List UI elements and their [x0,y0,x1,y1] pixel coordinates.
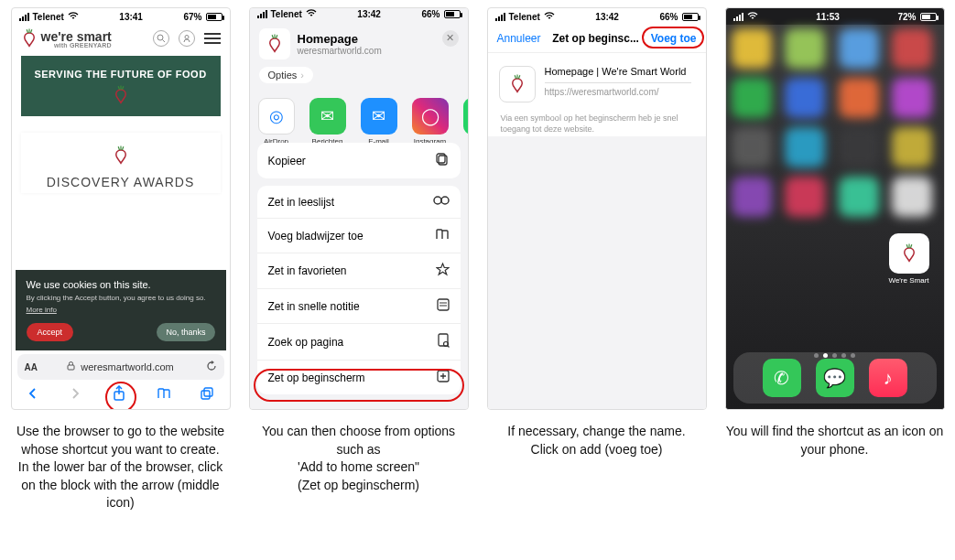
address-bar[interactable]: AA weresmartworld.com [17,354,224,380]
blurred-app [892,177,932,217]
close-icon[interactable]: ✕ [442,30,459,47]
dock: ✆💬♪ [733,352,937,404]
cookie-more-link[interactable]: More info [27,306,215,314]
blurred-app [892,78,932,118]
wifi-icon [747,12,758,22]
cookie-subtitle: By clicking the Accept button, you agree… [27,294,215,302]
status-bar: Telenet 13:42 66% [250,8,468,21]
clock: 13:42 [595,12,619,22]
share-target[interactable]: ◯Instagram [407,98,453,134]
blurred-app [785,28,825,69]
app-label: We're Smart [887,276,931,285]
action-label: Kopieer [268,155,306,167]
blank-area [488,136,706,409]
share-target[interactable]: ✉Berichten [305,98,351,134]
radish-icon [113,85,129,105]
shortcut-name-input[interactable]: Homepage | We're Smart World [545,66,691,83]
svg-rect-14 [438,299,449,310]
svg-rect-7 [201,391,210,399]
home-screen[interactable]: We're Smart ✆💬♪ [726,25,944,409]
battery-icon [444,10,461,18]
action-copy[interactable]: Kopieer [257,143,461,178]
action-item[interactable]: Zet in snelle notitie [257,289,461,324]
shortcut-url: https://weresmartworld.com/ [545,87,691,97]
action-icon [436,263,450,279]
awards-card[interactable]: DISCOVERY AWARDS [21,133,221,193]
no-thanks-button[interactable]: No, thanks [157,323,214,341]
caption-2: You can then choose from options such as… [249,423,469,494]
signal-icon [733,13,743,21]
copy-icon [435,152,450,169]
chevron-right-icon: › [300,70,304,81]
share-actions: Kopieer Zet in leeslijstVoeg bladwijzer … [250,143,468,409]
add-button[interactable]: Voeg toe [651,32,697,45]
share-target[interactable]: ✉E-mail [356,98,402,134]
blurred-app [732,78,772,118]
action-label: Zet in favorieten [268,264,347,277]
svg-point-12 [441,197,449,204]
phone-2: Telenet 13:42 66% Homepage weresmartworl… [249,7,469,410]
clock: 13:42 [357,9,381,19]
account-icon[interactable] [179,30,195,47]
svg-line-1 [162,40,165,43]
radish-icon [21,28,38,48]
accept-button[interactable]: Accept [27,323,74,341]
action-item[interactable]: Zet op beginscherm [257,361,461,394]
caption-1: Use the browser to go to the website who… [11,423,231,512]
tutorial-row: Telenet 13:41 67% we're smartwith GREENY… [7,7,948,512]
action-item[interactable]: Zet in leeslijst [257,186,461,219]
svg-point-2 [185,36,189,39]
share-target[interactable]: ✆Wh [459,98,468,134]
action-icon [437,333,450,350]
share-title: Homepage [298,32,382,46]
forward-icon [69,387,81,404]
action-item[interactable]: Voeg bladwijzer toe [257,219,461,253]
card-title: DISCOVERY AWARDS [28,175,213,189]
phone-3: Telenet 13:42 66% Annuleer Zet op begins… [487,7,707,410]
blurred-app [839,127,879,167]
weresmart-shortcut[interactable]: We're Smart [887,233,931,285]
lock-icon [67,361,75,372]
step-2: Telenet 13:42 66% Homepage weresmartworl… [249,7,469,494]
battery-pct: 66% [421,9,440,19]
sheet-title: Zet op beginsc... [552,32,639,45]
menu-icon[interactable] [204,33,221,44]
site-header: we're smartwith GREENYARD [12,25,230,56]
options-button[interactable]: Opties › [259,67,313,83]
cancel-button[interactable]: Annuleer [497,32,541,45]
battery-pct: 66% [659,12,678,22]
url-text: weresmartworld.com [81,361,173,372]
text-size-button[interactable]: AA [25,362,38,372]
brand-logo[interactable]: we're smartwith GREENYARD [21,28,112,48]
action-label: Zet in leeslijst [268,196,335,209]
status-bar: Telenet 13:42 66% [488,8,706,25]
bookmarks-icon[interactable] [157,387,171,404]
dock-app[interactable]: 💬 [816,359,854,397]
add-bar: Annuleer Zet op beginsc... Voeg toe [488,25,706,53]
action-item[interactable]: Zet in favorieten [257,253,461,289]
share-target[interactable]: ◎AirDrop [254,98,299,134]
blurred-app [732,127,772,167]
dock-app[interactable]: ✆ [763,359,801,397]
signal-icon [495,13,505,21]
share-targets-row[interactable]: ◎AirDrop✉Berichten✉E-mail◯Instagram✆Wh [250,91,468,143]
dock-app[interactable]: ♪ [869,359,907,397]
blurred-app [732,28,772,69]
action-item[interactable]: Zoek op pagina [257,324,461,361]
carrier: Telenet [33,12,64,22]
svg-rect-8 [204,388,212,396]
clock: 13:41 [119,12,143,22]
search-icon[interactable] [153,30,169,47]
action-icon [435,228,450,243]
safari-toolbar [12,382,230,409]
wifi-icon [68,12,79,22]
back-icon[interactable] [27,387,39,404]
reload-icon[interactable] [206,361,217,373]
share-icon[interactable] [112,385,126,405]
hero-text: SERVING THE FUTURE OF FOOD [28,69,213,80]
action-icon [437,298,450,314]
action-label: Zoek op pagina [268,336,344,349]
tabs-icon[interactable] [201,387,214,404]
action-label: Voeg bladwijzer toe [268,230,364,242]
svg-point-11 [434,197,441,204]
